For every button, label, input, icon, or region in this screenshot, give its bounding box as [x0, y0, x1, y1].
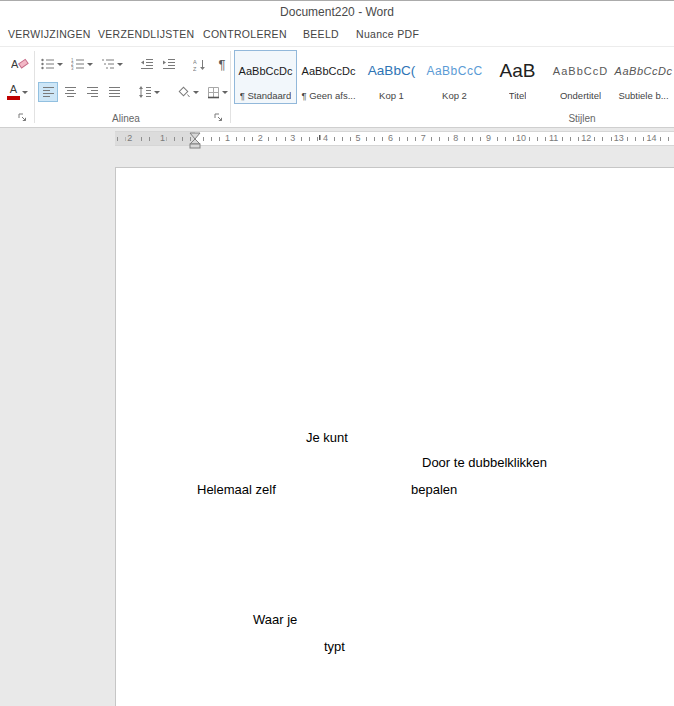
document-area: Je kunt Door te dubbelklikken Helemaal z… — [0, 149, 674, 706]
justify-button[interactable] — [104, 82, 124, 102]
ribbon-tab-bar: VERWIJZINGEN VERZENDLIJSTEN CONTROLEREN … — [0, 23, 674, 46]
align-center-icon — [64, 86, 77, 98]
document-text: typt — [324, 639, 345, 654]
bullets-button[interactable] — [38, 54, 66, 74]
style-name: Kop 1 — [379, 90, 404, 101]
tab-nuance-pdf[interactable]: Nuance PDF — [356, 23, 419, 46]
ruler-number: 13 — [612, 132, 626, 145]
multilevel-list-button[interactable] — [98, 54, 126, 74]
decrease-indent-button[interactable] — [137, 54, 157, 74]
font-dialog-launcher[interactable] — [18, 113, 27, 122]
paragraph-group-row1: 1 2 3 — [38, 54, 232, 74]
document-text: Door te dubbelklikken — [422, 455, 547, 470]
title-bar: Document220 - Word — [0, 1, 674, 23]
style-tile-kop2[interactable]: AaBbCcC Kop 2 — [423, 50, 486, 104]
ruler-number: 14 — [644, 132, 658, 145]
ruler-number: 5 — [353, 132, 362, 145]
tab-beeld[interactable]: BEELD — [303, 23, 339, 46]
paragraph-group-label: Alinea — [38, 113, 214, 124]
document-text: Waar je — [253, 612, 297, 627]
style-sample: AaBbCcDc — [615, 51, 673, 90]
ruler-number: 8 — [451, 132, 460, 145]
increase-indent-icon — [162, 58, 176, 70]
horizontal-ruler[interactable]: 211234567891011121314 — [0, 128, 674, 149]
ruler-number: 2 — [125, 132, 134, 145]
style-sample: AaBbC( — [368, 51, 415, 90]
paragraph-dialog-launcher[interactable] — [214, 113, 223, 122]
styles-group-label: Stijlen — [552, 113, 612, 124]
shading-button[interactable] — [174, 82, 202, 102]
borders-button[interactable] — [204, 82, 231, 102]
numbering-button[interactable]: 1 2 3 — [68, 54, 96, 74]
svg-text:A: A — [11, 58, 19, 70]
chevron-down-icon — [193, 91, 199, 94]
font-color-icon: A — [7, 84, 20, 100]
chevron-down-icon — [222, 91, 228, 94]
svg-text:3: 3 — [71, 66, 74, 70]
styles-gallery: AaBbCcDc ¶ Standaard AaBbCcDc ¶ Geen afs… — [234, 50, 674, 104]
style-sample: AaBbCcDc — [239, 51, 293, 90]
group-separator — [230, 51, 231, 123]
line-spacing-button[interactable] — [135, 82, 163, 102]
document-text: bepalen — [411, 482, 457, 497]
ruler-number: 3 — [288, 132, 297, 145]
document-page[interactable]: Je kunt Door te dubbelklikken Helemaal z… — [115, 167, 674, 706]
align-left-icon — [42, 86, 55, 98]
align-left-button[interactable] — [38, 82, 58, 102]
ruler-number: 11 — [547, 132, 560, 145]
ruler-number: 1 — [158, 132, 167, 145]
style-sample: AaB — [500, 51, 536, 90]
ribbon: A A — [0, 46, 674, 128]
sort-az-icon: A Z — [193, 58, 207, 71]
style-tile-geen-afstand[interactable]: AaBbCcDc ¶ Geen afs... — [297, 50, 360, 104]
ruler-strip[interactable]: 211234567891011121314 — [115, 131, 674, 146]
paint-bucket-icon — [177, 86, 191, 98]
style-name: Titel — [509, 90, 527, 101]
document-text: Helemaal zelf — [197, 482, 276, 497]
increase-indent-button[interactable] — [159, 54, 179, 74]
multilevel-list-icon — [101, 58, 115, 70]
tab-verzendlijsten[interactable]: VERZENDLIJSTEN — [98, 23, 194, 46]
align-right-icon — [86, 86, 99, 98]
style-sample: AaBbCcD — [553, 51, 608, 90]
line-spacing-icon — [138, 86, 152, 98]
sort-button[interactable]: A Z — [190, 54, 210, 74]
chevron-down-icon — [57, 63, 63, 66]
ruler-number: 6 — [386, 132, 395, 145]
group-separator — [34, 51, 35, 123]
style-name: Kop 2 — [442, 90, 467, 101]
style-name: ¶ Standaard — [240, 90, 292, 101]
tab-controleren[interactable]: CONTROLEREN — [203, 23, 287, 46]
align-center-button[interactable] — [60, 82, 80, 102]
chevron-down-icon — [117, 63, 123, 66]
show-formatting-marks-button[interactable]: ¶ — [212, 54, 232, 74]
paragraph-group-row2 — [38, 82, 231, 102]
ruler-number: 10 — [514, 132, 528, 145]
style-name: Ondertitel — [560, 90, 601, 101]
chevron-down-icon — [22, 91, 28, 94]
style-tile-subtiele-benadrukking[interactable]: AaBbCcDc Subtiele b... — [612, 50, 674, 104]
font-color-button[interactable]: A — [4, 82, 31, 102]
style-name: Subtiele b... — [618, 90, 668, 101]
style-sample: AaBbCcDc — [302, 51, 356, 90]
style-tile-titel[interactable]: AaB Titel — [486, 50, 549, 104]
window-title: Document220 - Word — [280, 5, 394, 19]
indent-markers[interactable] — [189, 129, 201, 150]
style-tile-standaard[interactable]: AaBbCcDc ¶ Standaard — [234, 50, 297, 104]
svg-text:Z: Z — [193, 65, 197, 71]
ruler-number: 12 — [579, 132, 593, 145]
style-tile-kop1[interactable]: AaBbC( Kop 1 — [360, 50, 423, 104]
style-name: ¶ Geen afs... — [301, 90, 355, 101]
ruler-number: 9 — [484, 132, 493, 145]
style-tile-ondertitel[interactable]: AaBbCcD Ondertitel — [549, 50, 612, 104]
decrease-indent-icon — [140, 58, 154, 70]
chevron-down-icon — [154, 91, 160, 94]
clear-formatting-button[interactable]: A — [8, 54, 32, 74]
svg-text:A: A — [193, 58, 197, 64]
align-right-button[interactable] — [82, 82, 102, 102]
numbered-list-icon: 1 2 3 — [71, 58, 85, 70]
tab-verwijzingen[interactable]: VERWIJZINGEN — [8, 23, 91, 46]
chevron-down-icon — [87, 63, 93, 66]
ruler-number: 2 — [256, 132, 265, 145]
justify-icon — [108, 86, 121, 98]
